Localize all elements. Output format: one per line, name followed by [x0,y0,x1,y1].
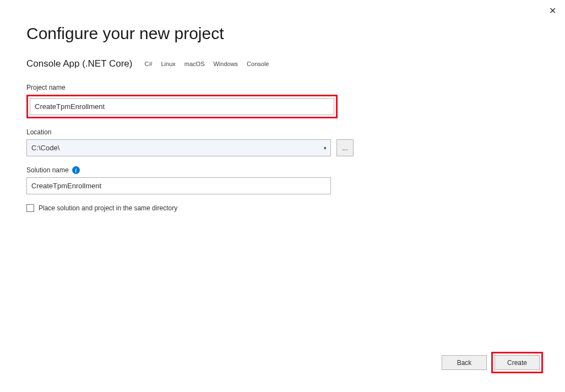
solution-name-label: Solution name i [26,166,539,174]
browse-button[interactable]: ... [336,139,354,156]
tag: Linux [158,59,179,68]
back-button[interactable]: Back [442,355,487,370]
location-combo[interactable]: ▾ [26,139,331,156]
highlight-project-name [26,95,338,118]
project-name-label: Project name [26,84,539,91]
solution-name-label-text: Solution name [26,166,69,174]
template-name: Console App (.NET Core) [26,58,132,69]
info-icon[interactable]: i [72,166,80,174]
dialog-footer: Back Create [442,352,543,373]
tag: C# [141,59,155,68]
tag: Console [243,59,272,68]
project-name-input[interactable] [30,98,334,115]
tag-list: C# Linux macOS Windows Console [141,59,272,68]
create-button[interactable]: Create [495,355,540,370]
highlight-create: Create [491,352,543,373]
template-row: Console App (.NET Core) C# Linux macOS W… [26,58,539,69]
same-directory-label: Place solution and project in the same d… [39,204,177,212]
page-title: Configure your new project [26,24,539,43]
solution-name-input[interactable] [26,177,331,194]
same-directory-row: Place solution and project in the same d… [26,204,539,212]
location-label: Location [26,128,539,136]
close-icon[interactable]: ✕ [549,6,556,16]
location-input[interactable] [26,139,331,156]
location-group: Location ▾ ... [26,128,539,156]
tag: Windows [210,59,241,68]
tag: macOS [181,59,208,68]
project-name-group: Project name [26,84,539,118]
same-directory-checkbox[interactable] [26,204,34,212]
solution-name-group: Solution name i [26,166,539,194]
dialog-content: Configure your new project Console App (… [0,0,565,212]
